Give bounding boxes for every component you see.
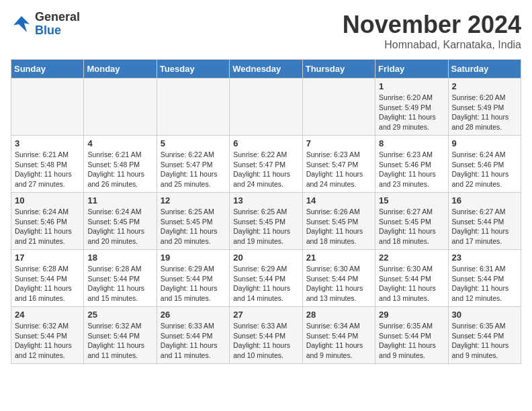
day-info: Sunrise: 6:23 AM Sunset: 5:47 PM Dayligh… (306, 150, 371, 189)
calendar-header: SundayMondayTuesdayWednesdayThursdayFrid… (11, 60, 521, 79)
calendar-cell: 29Sunrise: 6:35 AM Sunset: 5:44 PM Dayli… (375, 307, 448, 364)
day-number: 22 (379, 253, 444, 263)
day-number: 19 (161, 253, 226, 263)
day-number: 15 (379, 195, 444, 205)
day-number: 24 (15, 310, 80, 320)
calendar-cell: 21Sunrise: 6:30 AM Sunset: 5:44 PM Dayli… (302, 250, 375, 307)
calendar-cell: 12Sunrise: 6:25 AM Sunset: 5:45 PM Dayli… (157, 193, 229, 250)
day-info: Sunrise: 6:30 AM Sunset: 5:44 PM Dayligh… (379, 264, 444, 304)
day-info: Sunrise: 6:20 AM Sunset: 5:49 PM Dayligh… (452, 93, 517, 132)
day-number: 26 (161, 310, 226, 320)
day-number: 16 (452, 195, 517, 205)
calendar-cell: 17Sunrise: 6:28 AM Sunset: 5:44 PM Dayli… (11, 250, 84, 307)
day-info: Sunrise: 6:22 AM Sunset: 5:47 PM Dayligh… (233, 150, 298, 189)
day-number: 30 (452, 310, 517, 320)
calendar-cell (157, 79, 229, 136)
header-row: SundayMondayTuesdayWednesdayThursdayFrid… (11, 60, 521, 79)
header-day-tuesday: Tuesday (157, 60, 229, 79)
day-info: Sunrise: 6:30 AM Sunset: 5:44 PM Dayligh… (306, 264, 371, 304)
day-number: 12 (161, 195, 226, 205)
day-number: 10 (15, 195, 80, 205)
day-info: Sunrise: 6:25 AM Sunset: 5:45 PM Dayligh… (233, 207, 298, 246)
day-info: Sunrise: 6:27 AM Sunset: 5:44 PM Dayligh… (452, 207, 517, 246)
day-number: 18 (87, 253, 152, 263)
svg-marker-0 (13, 16, 30, 32)
calendar-cell: 25Sunrise: 6:32 AM Sunset: 5:44 PM Dayli… (84, 307, 157, 364)
calendar-title: November 2024 (343, 11, 521, 39)
day-info: Sunrise: 6:26 AM Sunset: 5:45 PM Dayligh… (306, 207, 371, 246)
day-info: Sunrise: 6:34 AM Sunset: 5:44 PM Dayligh… (306, 321, 371, 361)
day-info: Sunrise: 6:33 AM Sunset: 5:44 PM Dayligh… (233, 321, 298, 361)
header-day-thursday: Thursday (302, 60, 375, 79)
day-info: Sunrise: 6:35 AM Sunset: 5:44 PM Dayligh… (452, 321, 517, 361)
day-info: Sunrise: 6:23 AM Sunset: 5:46 PM Dayligh… (379, 150, 444, 189)
calendar-cell: 4Sunrise: 6:21 AM Sunset: 5:48 PM Daylig… (84, 136, 157, 193)
day-number: 11 (87, 195, 152, 205)
header-day-saturday: Saturday (448, 60, 521, 79)
calendar-cell: 26Sunrise: 6:33 AM Sunset: 5:44 PM Dayli… (157, 307, 229, 364)
calendar-cell: 11Sunrise: 6:24 AM Sunset: 5:45 PM Dayli… (84, 193, 157, 250)
logo-blue: Blue (35, 24, 61, 37)
day-info: Sunrise: 6:21 AM Sunset: 5:48 PM Dayligh… (15, 150, 80, 189)
header-day-sunday: Sunday (11, 60, 84, 79)
calendar-cell: 27Sunrise: 6:33 AM Sunset: 5:44 PM Dayli… (230, 307, 302, 364)
calendar-cell: 1Sunrise: 6:20 AM Sunset: 5:49 PM Daylig… (375, 79, 448, 136)
day-number: 5 (161, 138, 226, 148)
calendar-cell: 8Sunrise: 6:23 AM Sunset: 5:46 PM Daylig… (375, 136, 448, 193)
logo-text: General Blue (35, 11, 80, 38)
calendar-cell: 16Sunrise: 6:27 AM Sunset: 5:44 PM Dayli… (448, 193, 521, 250)
calendar-cell: 14Sunrise: 6:26 AM Sunset: 5:45 PM Dayli… (302, 193, 375, 250)
day-number: 20 (233, 253, 298, 263)
day-number: 1 (379, 81, 444, 91)
page-header: General Blue November 2024 Homnabad, Kar… (11, 11, 521, 51)
calendar-table: SundayMondayTuesdayWednesdayThursdayFrid… (11, 59, 521, 364)
header-day-monday: Monday (84, 60, 157, 79)
day-info: Sunrise: 6:21 AM Sunset: 5:48 PM Dayligh… (87, 150, 152, 189)
day-info: Sunrise: 6:28 AM Sunset: 5:44 PM Dayligh… (87, 264, 152, 304)
day-info: Sunrise: 6:24 AM Sunset: 5:46 PM Dayligh… (15, 207, 80, 246)
day-number: 14 (306, 195, 371, 205)
day-info: Sunrise: 6:27 AM Sunset: 5:45 PM Dayligh… (379, 207, 444, 246)
day-info: Sunrise: 6:33 AM Sunset: 5:44 PM Dayligh… (161, 321, 226, 361)
day-info: Sunrise: 6:20 AM Sunset: 5:49 PM Dayligh… (379, 93, 444, 132)
calendar-cell: 22Sunrise: 6:30 AM Sunset: 5:44 PM Dayli… (375, 250, 448, 307)
calendar-cell: 15Sunrise: 6:27 AM Sunset: 5:45 PM Dayli… (375, 193, 448, 250)
calendar-cell: 23Sunrise: 6:31 AM Sunset: 5:44 PM Dayli… (448, 250, 521, 307)
day-number: 3 (15, 138, 80, 148)
day-info: Sunrise: 6:24 AM Sunset: 5:46 PM Dayligh… (452, 150, 517, 189)
day-info: Sunrise: 6:31 AM Sunset: 5:44 PM Dayligh… (452, 264, 517, 304)
day-number: 6 (233, 138, 298, 148)
day-number: 13 (233, 195, 298, 205)
week-row-1: 1Sunrise: 6:20 AM Sunset: 5:49 PM Daylig… (11, 79, 521, 136)
week-row-2: 3Sunrise: 6:21 AM Sunset: 5:48 PM Daylig… (11, 136, 521, 193)
day-number: 28 (306, 310, 371, 320)
calendar-cell: 7Sunrise: 6:23 AM Sunset: 5:47 PM Daylig… (302, 136, 375, 193)
day-number: 21 (306, 253, 371, 263)
week-row-3: 10Sunrise: 6:24 AM Sunset: 5:46 PM Dayli… (11, 193, 521, 250)
calendar-cell: 24Sunrise: 6:32 AM Sunset: 5:44 PM Dayli… (11, 307, 84, 364)
calendar-cell (84, 79, 157, 136)
calendar-cell: 13Sunrise: 6:25 AM Sunset: 5:45 PM Dayli… (230, 193, 302, 250)
day-info: Sunrise: 6:28 AM Sunset: 5:44 PM Dayligh… (15, 264, 80, 304)
day-info: Sunrise: 6:22 AM Sunset: 5:47 PM Dayligh… (161, 150, 226, 189)
day-info: Sunrise: 6:29 AM Sunset: 5:44 PM Dayligh… (233, 264, 298, 304)
week-row-5: 24Sunrise: 6:32 AM Sunset: 5:44 PM Dayli… (11, 307, 521, 364)
week-row-4: 17Sunrise: 6:28 AM Sunset: 5:44 PM Dayli… (11, 250, 521, 307)
day-number: 9 (452, 138, 517, 148)
calendar-cell: 28Sunrise: 6:34 AM Sunset: 5:44 PM Dayli… (302, 307, 375, 364)
calendar-cell: 18Sunrise: 6:28 AM Sunset: 5:44 PM Dayli… (84, 250, 157, 307)
day-number: 17 (15, 253, 80, 263)
day-number: 29 (379, 310, 444, 320)
calendar-cell: 3Sunrise: 6:21 AM Sunset: 5:48 PM Daylig… (11, 136, 84, 193)
day-info: Sunrise: 6:25 AM Sunset: 5:45 PM Dayligh… (161, 207, 226, 246)
day-info: Sunrise: 6:32 AM Sunset: 5:44 PM Dayligh… (87, 321, 152, 361)
calendar-subtitle: Homnabad, Karnataka, India (343, 39, 521, 51)
day-number: 2 (452, 81, 517, 91)
calendar-cell (11, 79, 84, 136)
day-number: 8 (379, 138, 444, 148)
calendar-cell: 10Sunrise: 6:24 AM Sunset: 5:46 PM Dayli… (11, 193, 84, 250)
header-day-friday: Friday (375, 60, 448, 79)
day-info: Sunrise: 6:32 AM Sunset: 5:44 PM Dayligh… (15, 321, 80, 361)
logo-icon (11, 13, 32, 35)
day-number: 25 (87, 310, 152, 320)
